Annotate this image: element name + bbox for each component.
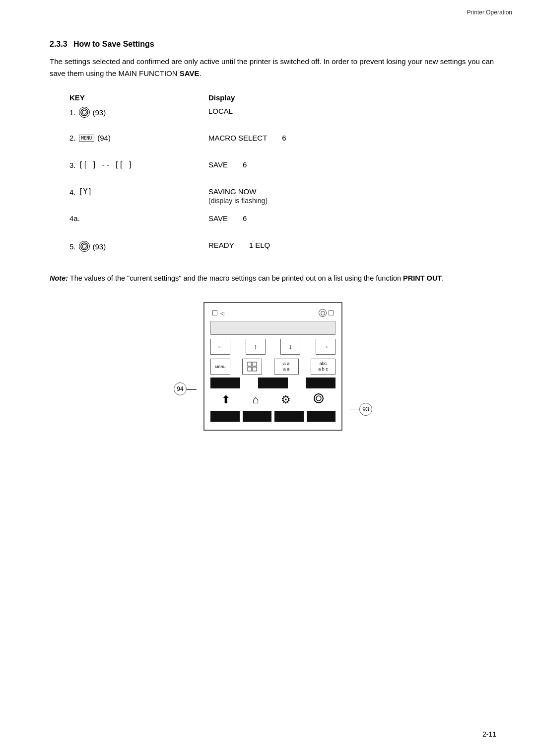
display-cell-4a: SAVE 6 xyxy=(208,214,247,223)
icon-power-circle xyxy=(313,392,325,407)
grid-btn[interactable] xyxy=(242,359,262,375)
display-screen xyxy=(210,321,335,335)
status-square xyxy=(329,310,334,315)
display-cell-4: SAVING NOW (display is flashing) xyxy=(208,187,268,205)
svg-point-2 xyxy=(81,243,88,250)
svg-rect-7 xyxy=(253,367,257,371)
key-display-table: KEY Display 1. (93) LOCAL 2. xyxy=(69,93,496,259)
col-display-header: Display xyxy=(208,93,235,102)
page-number: 2-11 xyxy=(482,730,496,738)
table-row: 5. (93) READY 1 ELQ xyxy=(69,241,496,259)
key-cell-1: 1. (93) xyxy=(69,107,208,118)
table-row: 1. (93) LOCAL xyxy=(69,107,496,125)
black-key-6[interactable] xyxy=(274,411,304,422)
note-text1: The values of the "current settings" and… xyxy=(68,274,403,282)
table-row: 2. MENU (94) MACRO SELECT 6 xyxy=(69,134,496,151)
table-header: KEY Display xyxy=(69,93,496,102)
black-key-row-1 xyxy=(210,378,335,388)
fn-row: MENU a a a a xyxy=(210,359,335,375)
body-text: The settings selected and confirmed are … xyxy=(50,56,496,79)
key-cell-3: 3. [[ ] -- [[ ] xyxy=(69,160,208,169)
line-94 xyxy=(187,389,197,390)
diagram-container: 94 93 ◁ xyxy=(189,302,357,431)
svg-rect-6 xyxy=(248,367,252,371)
key-cell-2: 2. MENU (94) xyxy=(69,134,208,142)
nav-right[interactable]: → xyxy=(316,339,335,355)
black-key-4[interactable] xyxy=(210,411,240,422)
black-key-7[interactable] xyxy=(307,411,336,422)
svg-point-3 xyxy=(82,244,86,248)
nav-left[interactable]: ← xyxy=(210,339,230,355)
indicator-left: ◁ xyxy=(212,310,224,316)
diagram-wrapper: 94 93 ◁ xyxy=(50,302,496,431)
icon-house: ⌂ xyxy=(252,393,259,406)
menu-key: MENU xyxy=(79,135,95,142)
bracket-key: [[ ] -- [[ ] xyxy=(79,160,133,169)
svg-rect-4 xyxy=(248,362,252,366)
power-icon-1 xyxy=(79,107,90,118)
menu-btn[interactable]: MENU xyxy=(210,359,230,375)
key-cell-4: 4. [Y] xyxy=(69,187,208,196)
note-bold: PRINT OUT xyxy=(403,274,442,282)
y-key: [Y] xyxy=(79,187,92,196)
nav-down[interactable]: ↓ xyxy=(280,339,300,355)
panel-top-row: ◁ xyxy=(210,309,335,317)
black-key-row-2 xyxy=(210,411,335,422)
icon-tools: ⚙ xyxy=(281,393,291,406)
svg-point-0 xyxy=(81,109,88,116)
table-row: 4a. SAVE 6 xyxy=(69,214,496,232)
icon-arrow-up: ⬆ xyxy=(221,393,230,406)
page-footer: 2-11 xyxy=(482,730,496,738)
header-label: Printer Operation xyxy=(467,9,512,16)
svg-point-8 xyxy=(314,394,323,403)
icon-row: ⬆ ⌂ ⚙ xyxy=(210,392,335,407)
section-title: 2.3.3 How to Save Settings xyxy=(50,40,496,49)
display-cell-1: LOCAL xyxy=(208,107,233,115)
black-key-2[interactable] xyxy=(258,378,288,388)
power-indicator xyxy=(319,309,327,317)
key-cell-5: 5. (93) xyxy=(69,241,208,252)
indicator-right xyxy=(319,309,334,317)
black-key-5[interactable] xyxy=(243,411,272,422)
aa-btn[interactable]: a a a a xyxy=(274,359,299,375)
printer-panel: ◁ ← ↑ ↓ → xyxy=(203,302,342,431)
label-93: 93 xyxy=(359,403,372,416)
nav-up[interactable]: ↑ xyxy=(246,339,266,355)
display-cell-3: SAVE 6 xyxy=(208,160,247,169)
display-cell-5: READY 1 ELQ xyxy=(208,241,270,249)
svg-point-9 xyxy=(316,396,321,401)
black-key-1[interactable] xyxy=(210,378,240,388)
black-key-3[interactable] xyxy=(306,378,335,388)
table-row: 3. [[ ] -- [[ ] SAVE 6 xyxy=(69,160,496,178)
table-row: 4. [Y] SAVING NOW (display is flashing) xyxy=(69,187,496,205)
page-header: Printer Operation xyxy=(467,9,512,16)
label-94: 94 xyxy=(174,382,187,395)
col-key-header: KEY xyxy=(69,93,208,102)
display-cell-2: MACRO SELECT 6 xyxy=(208,134,286,142)
nav-row: ← ↑ ↓ → xyxy=(210,339,335,355)
section-heading: How to Save Settings xyxy=(73,40,154,48)
abc-btn[interactable]: abc a b c xyxy=(311,359,335,375)
svg-rect-5 xyxy=(253,362,257,366)
indicator-square xyxy=(212,310,217,315)
note-label: Note: xyxy=(50,274,68,282)
svg-point-1 xyxy=(82,110,86,114)
key-cell-4a: 4a. xyxy=(69,214,208,223)
power-icon-5 xyxy=(79,241,90,252)
section-number: 2.3.3 xyxy=(50,40,67,48)
note-area: Note: The values of the "current setting… xyxy=(50,273,496,284)
note-text2: . xyxy=(442,274,444,282)
line-93 xyxy=(349,409,359,410)
